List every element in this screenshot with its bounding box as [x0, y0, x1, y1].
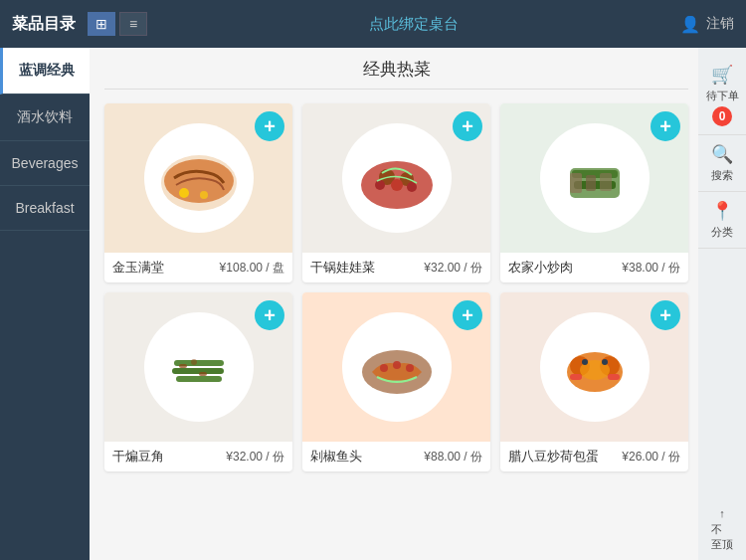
item-name: 腊八豆炒荷包蛋: [508, 448, 599, 466]
svg-rect-30: [608, 374, 620, 380]
menu-item-info: 干煸豆角 ¥32.00 / 份: [104, 442, 292, 471]
add-to-cart-button[interactable]: +: [255, 111, 284, 141]
item-price: ¥26.00 / 份: [622, 449, 680, 466]
food-visual: [144, 123, 254, 233]
logout-button[interactable]: 👤 注销: [680, 15, 734, 34]
sidebar-item-classic[interactable]: 蓝调经典: [0, 48, 90, 94]
view-toggle: ⊞ ≡: [88, 12, 147, 36]
item-price: ¥32.00 / 份: [424, 260, 482, 277]
section-title: 经典热菜: [104, 58, 688, 90]
sidebar: 蓝调经典 酒水饮料 Beverages Breakfast: [0, 48, 90, 560]
top-icon: ↑: [719, 507, 725, 519]
food-visual: [144, 312, 254, 422]
food-image: +: [302, 292, 490, 442]
add-to-cart-button[interactable]: +: [453, 300, 482, 330]
menu-item[interactable]: + 干锅娃娃菜 ¥32.00 / 份: [302, 103, 490, 282]
menu-item[interactable]: + 干煸豆角 ¥32.00 / 份: [104, 292, 292, 471]
header-center: 点此绑定桌台: [147, 15, 680, 34]
svg-point-7: [391, 179, 403, 191]
menu-item-info: 腊八豆炒荷包蛋 ¥26.00 / 份: [500, 442, 688, 471]
svg-rect-18: [176, 376, 222, 382]
search-label: 搜索: [711, 168, 733, 183]
svg-point-25: [406, 364, 414, 372]
food-visual: [540, 123, 650, 233]
cart-count-badge: 0: [712, 106, 732, 126]
svg-rect-19: [179, 364, 187, 368]
header: 菜品目录 ⊞ ≡ 点此绑定桌台 👤 注销: [0, 0, 746, 48]
item-name: 干锅娃娃菜: [310, 259, 375, 277]
cart-icon: 🛒: [711, 64, 733, 86]
food-visual: [540, 312, 650, 422]
item-name: 干煸豆角: [112, 448, 164, 466]
svg-point-2: [179, 188, 189, 198]
food-visual: [342, 123, 452, 233]
list-view-button[interactable]: ≡: [119, 12, 147, 36]
logout-label: 注销: [706, 15, 734, 33]
food-image: +: [500, 103, 688, 253]
food-image: +: [104, 292, 292, 442]
person-icon: 👤: [680, 15, 700, 34]
food-image: +: [500, 292, 688, 442]
item-price: ¥108.00 / 盘: [220, 260, 284, 277]
svg-point-8: [375, 180, 385, 190]
right-panel: 🛒 待下单 0 🔍 搜索 📍 分类 ↑ 不至顶: [698, 48, 746, 560]
food-visual: [342, 312, 452, 422]
menu-item-info: 农家小炒肉 ¥38.00 / 份: [500, 253, 688, 282]
add-to-cart-button[interactable]: +: [651, 111, 680, 141]
main-layout: 蓝调经典 酒水饮料 Beverages Breakfast 经典热菜 + 金玉满…: [0, 48, 746, 560]
menu-item-info: 干锅娃娃菜 ¥32.00 / 份: [302, 253, 490, 282]
add-to-cart-button[interactable]: +: [651, 300, 680, 330]
svg-point-32: [582, 359, 588, 365]
menu-item-info: 金玉满堂 ¥108.00 / 盘: [104, 253, 292, 282]
svg-rect-15: [600, 173, 612, 191]
item-name: 农家小炒肉: [508, 259, 573, 277]
svg-point-9: [407, 182, 417, 192]
svg-point-21: [191, 359, 197, 365]
svg-rect-29: [570, 374, 582, 380]
content-area: 经典热菜 + 金玉满堂 ¥108.00 / 盘 + 干锅娃娃菜 ¥32.00 /…: [90, 48, 698, 560]
bind-table-link[interactable]: 点此绑定桌台: [369, 15, 459, 32]
category-icon: 📍: [711, 200, 733, 222]
svg-rect-20: [199, 372, 207, 376]
menu-item[interactable]: + 金玉满堂 ¥108.00 / 盘: [104, 103, 292, 282]
category-label: 分类: [711, 225, 733, 240]
menu-item[interactable]: + 腊八豆炒荷包蛋 ¥26.00 / 份: [500, 292, 688, 471]
cart-button[interactable]: 🛒 待下单 0: [698, 56, 746, 135]
svg-rect-13: [570, 173, 582, 193]
app-title: 菜品目录: [12, 14, 76, 35]
svg-point-24: [393, 361, 401, 369]
sidebar-item-breakfast[interactable]: Breakfast: [0, 186, 90, 231]
menu-grid: + 金玉满堂 ¥108.00 / 盘 + 干锅娃娃菜 ¥32.00 / 份 + …: [104, 103, 688, 471]
search-icon: 🔍: [711, 143, 733, 165]
add-to-cart-button[interactable]: +: [255, 300, 284, 330]
item-price: ¥38.00 / 份: [622, 260, 680, 277]
food-image: +: [104, 103, 292, 253]
category-button[interactable]: 📍 分类: [698, 192, 746, 249]
add-to-cart-button[interactable]: +: [453, 111, 482, 141]
menu-item-info: 剁椒鱼头 ¥88.00 / 份: [302, 442, 490, 471]
item-price: ¥32.00 / 份: [226, 449, 284, 466]
item-name: 金玉满堂: [112, 259, 164, 277]
svg-point-33: [602, 359, 608, 365]
search-button[interactable]: 🔍 搜索: [698, 135, 746, 192]
menu-item[interactable]: + 农家小炒肉 ¥38.00 / 份: [500, 103, 688, 282]
item-price: ¥88.00 / 份: [424, 449, 482, 466]
svg-point-23: [380, 364, 388, 372]
food-image: +: [302, 103, 490, 253]
cart-label: 待下单: [706, 89, 739, 103]
svg-rect-14: [586, 175, 596, 191]
item-name: 剁椒鱼头: [310, 448, 362, 466]
svg-point-3: [200, 191, 208, 199]
menu-item[interactable]: + 剁椒鱼头 ¥88.00 / 份: [302, 292, 490, 471]
svg-rect-17: [172, 368, 224, 374]
top-label: 不至顶: [711, 522, 733, 552]
sidebar-item-drinks[interactable]: 酒水饮料: [0, 94, 90, 141]
back-to-top-button[interactable]: ↑ 不至顶: [698, 499, 746, 560]
sidebar-item-beverages[interactable]: Beverages: [0, 141, 90, 186]
grid-view-button[interactable]: ⊞: [88, 12, 115, 36]
